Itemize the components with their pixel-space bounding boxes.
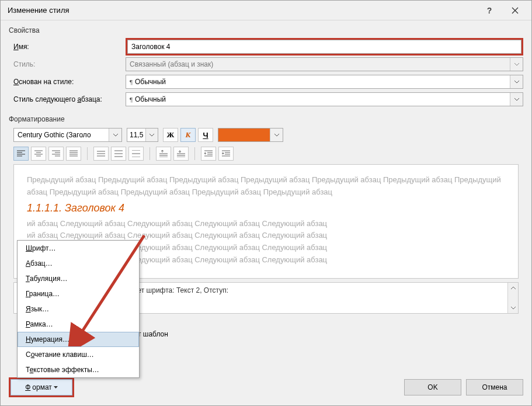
- chevron-down-icon: [510, 75, 523, 88]
- next-style-label: Стиль следующего абзаца:: [9, 95, 126, 103]
- italic-button[interactable]: К: [180, 128, 196, 142]
- chevron-down-icon: [145, 129, 158, 141]
- bold-button[interactable]: Ж: [163, 128, 178, 142]
- menu-item-font[interactable]: Шрифт…: [18, 241, 139, 256]
- properties-label: Свойства: [9, 26, 523, 34]
- help-button[interactable]: ?: [477, 2, 502, 19]
- formatting-label: Форматирование: [9, 115, 523, 123]
- menu-item-tabs[interactable]: Табуляция…: [18, 271, 139, 286]
- underline-button[interactable]: Ч: [198, 128, 213, 142]
- modify-style-dialog: Изменение стиля ? Свойства Имя: Стиль: С…: [0, 0, 532, 406]
- scroll-down-icon[interactable]: [508, 303, 518, 313]
- menu-item-paragraph[interactable]: Абзац…: [18, 256, 139, 271]
- close-button[interactable]: [502, 2, 528, 19]
- align-justify-button[interactable]: [66, 147, 81, 161]
- menu-item-frame[interactable]: Рамка…: [18, 317, 139, 332]
- menu-item-border[interactable]: Граница…: [18, 286, 139, 301]
- next-style-combo[interactable]: ¶Обычный: [126, 92, 523, 106]
- align-left-button[interactable]: [13, 147, 29, 161]
- ok-button[interactable]: OK: [404, 379, 461, 395]
- based-on-combo[interactable]: ¶Обычный: [126, 75, 523, 89]
- style-type-label: Стиль:: [9, 60, 126, 68]
- font-family-value: Century Gothic (Заголо: [14, 131, 109, 139]
- menu-item-language[interactable]: Язык…: [18, 301, 139, 317]
- pilcrow-icon: ¶: [130, 96, 133, 103]
- chevron-down-icon: [109, 129, 121, 141]
- format-button[interactable]: Формат: [11, 379, 72, 395]
- name-label: Имя:: [9, 43, 126, 51]
- caret-down-icon: [54, 386, 58, 388]
- menu-item-text-effects[interactable]: Текстовые эффекты…: [18, 362, 139, 377]
- indent-increase-button[interactable]: [218, 147, 234, 161]
- name-highlight: [126, 38, 523, 55]
- menu-item-shortcut[interactable]: Сочетание клавиш…: [18, 347, 139, 362]
- based-on-label: Основан на стиле:: [9, 78, 126, 86]
- style-type-combo: Связанный (абзац и знак): [126, 57, 523, 71]
- space-before-inc-button[interactable]: [156, 147, 171, 161]
- preview-next-paragraph: ий абзац Следующий абзац Следующий абзац…: [27, 218, 505, 230]
- name-input[interactable]: [127, 40, 521, 54]
- preview-prev-paragraph: Предыдущий абзац Предыдущий абзац Предыд…: [27, 174, 505, 199]
- format-menu: Шрифт… Абзац… Табуляция… Граница… Язык… …: [17, 240, 140, 378]
- font-color-combo[interactable]: [218, 128, 283, 142]
- font-family-combo[interactable]: Century Gothic (Заголо: [13, 128, 122, 142]
- cancel-button[interactable]: Отмена: [466, 379, 523, 395]
- pilcrow-icon: ¶: [130, 78, 133, 85]
- font-size-combo[interactable]: 11,5: [127, 128, 158, 142]
- align-right-button[interactable]: [48, 147, 64, 161]
- color-swatch: [218, 129, 270, 141]
- line-spacing-15-button[interactable]: [111, 147, 126, 161]
- chevron-down-icon: [270, 129, 283, 141]
- close-icon: [512, 7, 519, 14]
- next-style-value: Обычный: [135, 95, 166, 103]
- dialog-title: Изменение стиля: [8, 6, 477, 15]
- line-spacing-1-button[interactable]: [93, 147, 109, 161]
- align-center-button[interactable]: [31, 147, 46, 161]
- indent-decrease-button[interactable]: [201, 147, 216, 161]
- line-spacing-2-button[interactable]: [128, 147, 144, 161]
- style-type-value: Связанный (абзац и знак): [126, 60, 510, 68]
- chevron-down-icon: [510, 93, 523, 106]
- scroll-up-icon[interactable]: [508, 283, 518, 293]
- titlebar: Изменение стиля ?: [1, 1, 531, 20]
- scrollbar[interactable]: [507, 283, 518, 313]
- chevron-down-icon: [510, 58, 523, 71]
- space-before-dec-button[interactable]: [173, 147, 189, 161]
- preview-sample-text: 1.1.1.1. Заголовок 4: [27, 202, 505, 214]
- based-on-value: Обычный: [135, 78, 166, 86]
- menu-item-numbering[interactable]: Нумерация…: [18, 332, 139, 347]
- format-button-highlight: Формат: [9, 377, 74, 397]
- font-size-value: 11,5: [127, 131, 145, 139]
